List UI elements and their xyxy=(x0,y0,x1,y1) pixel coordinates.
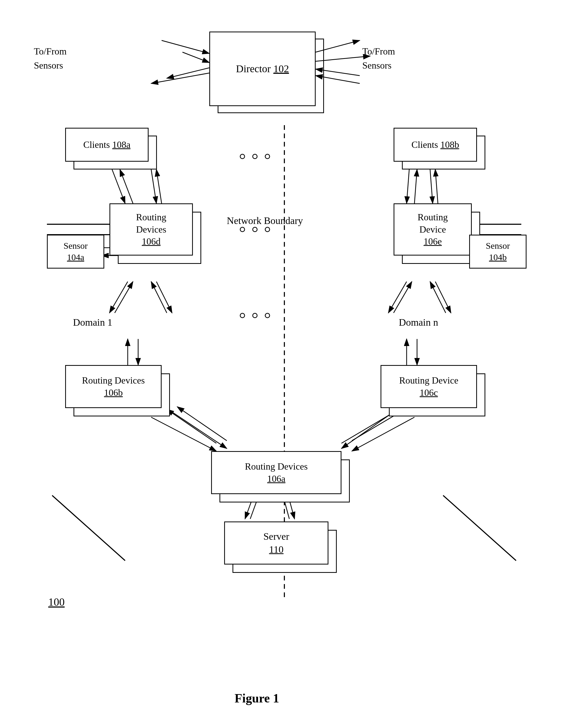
svg-line-35 xyxy=(172,412,227,448)
tofrom-sensors-left: To/From Sensors xyxy=(34,44,67,72)
svg-line-25 xyxy=(156,282,172,313)
director-label: Director 102 xyxy=(236,62,289,76)
figure-label: Figure 1 xyxy=(235,691,279,705)
sensor-104b-box: Sensor104b xyxy=(469,235,526,269)
dot1 xyxy=(240,154,245,159)
domain-n-label: Domain n xyxy=(399,316,438,329)
svg-line-29 xyxy=(435,282,451,313)
routing-106a-box: Routing Devices106a xyxy=(211,451,341,494)
svg-line-15 xyxy=(407,169,409,203)
svg-line-5 xyxy=(183,52,209,63)
svg-line-26 xyxy=(151,282,167,313)
director-box: Director 102 xyxy=(209,32,315,106)
svg-line-48 xyxy=(443,495,516,561)
dot6 xyxy=(265,227,270,232)
dot9 xyxy=(265,313,270,318)
dot4 xyxy=(240,227,245,232)
dots-middle xyxy=(240,227,270,232)
svg-line-28 xyxy=(393,282,412,313)
svg-line-16 xyxy=(414,169,417,203)
svg-line-7 xyxy=(315,40,360,52)
svg-line-13 xyxy=(151,169,156,203)
svg-line-47 xyxy=(52,495,125,561)
svg-line-30 xyxy=(430,282,446,313)
svg-line-11 xyxy=(112,169,125,203)
svg-line-6 xyxy=(167,68,209,78)
server-box: Server110 xyxy=(224,521,328,565)
dot7 xyxy=(240,313,245,318)
dots-lower xyxy=(240,313,270,318)
svg-line-24 xyxy=(115,282,133,313)
svg-line-8 xyxy=(315,69,360,76)
dot8 xyxy=(252,313,258,318)
dots-top xyxy=(240,154,270,159)
dot5 xyxy=(252,227,258,232)
clients-a-box: Clients 108a xyxy=(65,128,149,162)
svg-line-37 xyxy=(167,409,216,443)
svg-line-9 xyxy=(315,56,370,61)
svg-line-36 xyxy=(151,417,216,451)
svg-line-40 xyxy=(352,417,414,451)
sensor-104a-box: Sensor104a xyxy=(47,235,104,269)
svg-line-17 xyxy=(430,169,433,203)
dot2 xyxy=(252,154,258,159)
svg-line-10 xyxy=(315,76,360,83)
svg-line-38 xyxy=(177,407,227,441)
svg-line-12 xyxy=(120,169,133,203)
svg-line-3 xyxy=(162,40,209,53)
domain1-label: Domain 1 xyxy=(73,316,112,329)
clients-b-box: Clients 108b xyxy=(393,128,477,162)
tofrom-sensors-right: To/From Sensors xyxy=(362,44,395,72)
svg-line-27 xyxy=(388,282,407,313)
routing-106e-box: RoutingDevice106e xyxy=(393,203,472,256)
routing-106d-box: RoutingDevices106d xyxy=(110,203,193,256)
diagram-ref: 100 xyxy=(48,594,65,610)
routing-106b-box: Routing Devices106b xyxy=(65,365,162,408)
svg-line-4 xyxy=(151,73,209,83)
svg-line-23 xyxy=(110,282,128,313)
svg-line-18 xyxy=(435,169,438,203)
svg-line-14 xyxy=(156,169,162,203)
network-boundary-label: Network Boundary xyxy=(227,214,303,228)
routing-106c-box: Routing Device106c xyxy=(380,365,477,408)
dot3 xyxy=(265,154,270,159)
svg-line-39 xyxy=(341,412,393,448)
